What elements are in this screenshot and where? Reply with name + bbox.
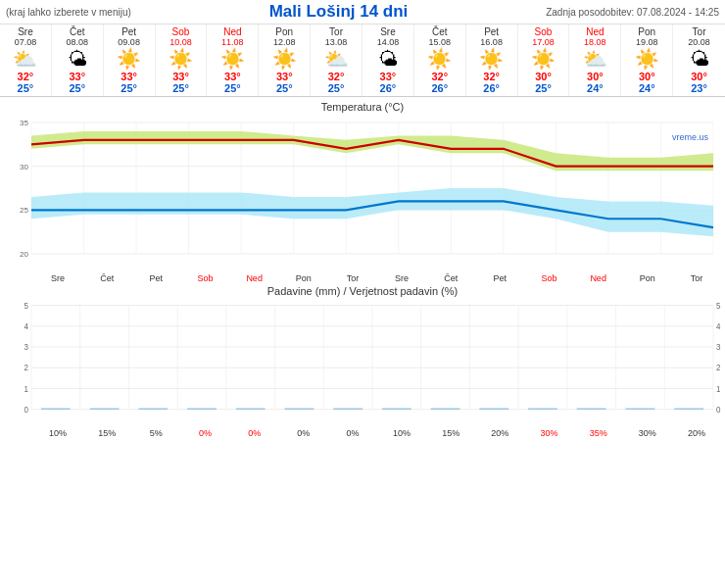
svg-text:25: 25 — [20, 206, 28, 215]
day-name: Pon — [259, 26, 310, 37]
svg-text:0: 0 — [716, 405, 721, 415]
temp-chart-section: Temperatura (°C) 20253035vreme.us — [0, 97, 725, 273]
chart-day-label-8: Čet — [426, 273, 475, 283]
days-grid: Sre 07.08 ⛅ 32° 25° Čet 08.08 🌤 33° 25° … — [0, 24, 725, 97]
day-cell-8: Čet 15.08 ☀️ 32° 26° — [414, 24, 466, 96]
precip-pct-0: 10% — [33, 428, 82, 438]
day-cell-12: Pon 19.08 ☀️ 30° 24° — [621, 24, 673, 96]
day-date: 16.08 — [466, 37, 517, 47]
temp-high: 33° — [104, 71, 155, 82]
temp-low: 25° — [518, 82, 569, 94]
day-icon: ☀️ — [621, 47, 672, 71]
precip-pct-1: 15% — [82, 428, 131, 438]
day-name: Sre — [362, 26, 413, 37]
precip-pct-10: 30% — [524, 428, 573, 438]
temp-high: 30° — [569, 71, 620, 82]
svg-text:20: 20 — [20, 250, 28, 259]
svg-rect-71 — [674, 409, 703, 410]
temp-low: 24° — [621, 82, 672, 94]
temp-high: 33° — [156, 71, 207, 82]
temp-high: 32° — [466, 71, 517, 82]
chart-day-label-7: Sre — [377, 273, 426, 283]
temp-low: 26° — [362, 82, 413, 94]
temp-low: 24° — [569, 82, 620, 94]
day-cell-13: Tor 20.08 🌤 30° 23° — [673, 24, 725, 96]
day-name: Čet — [52, 26, 103, 37]
top-bar: (kraj lahko izberete v meniju) Mali Loši… — [0, 0, 725, 24]
day-date: 14.08 — [362, 37, 413, 47]
day-cell-10: Sob 17.08 ☀️ 30° 25° — [518, 24, 570, 96]
chart-day-label-2: Pet — [131, 273, 180, 283]
day-cell-11: Ned 18.08 ⛅ 30° 24° — [569, 24, 621, 96]
temp-low: 25° — [0, 82, 51, 94]
svg-rect-63 — [285, 409, 314, 410]
svg-text:5: 5 — [716, 300, 721, 310]
day-cell-0: Sre 07.08 ⛅ 32° 25° — [0, 24, 52, 96]
day-cell-5: Pon 12.08 ☀️ 33° 25° — [259, 24, 311, 96]
temp-high: 30° — [673, 71, 725, 82]
precip-pct-8: 15% — [426, 428, 475, 438]
day-date: 19.08 — [621, 37, 672, 47]
day-icon: ☀️ — [259, 47, 310, 71]
svg-text:vreme.us: vreme.us — [672, 132, 709, 142]
day-date: 11.08 — [207, 37, 258, 47]
day-cell-2: Pet 09.08 ☀️ 33° 25° — [104, 24, 156, 96]
day-cell-9: Pet 16.08 ☀️ 32° 26° — [466, 24, 518, 96]
precip-pct-4: 0% — [230, 428, 279, 438]
svg-text:5: 5 — [24, 300, 29, 310]
day-cell-6: Tor 13.08 ⛅ 32° 25° — [311, 24, 362, 96]
day-icon: ☀️ — [518, 47, 569, 71]
temp-high: 32° — [311, 71, 362, 82]
precip-pct-11: 35% — [574, 428, 623, 438]
svg-text:30: 30 — [20, 163, 28, 172]
chart-day-labels: SreČetPetSobNedPonTorSreČetPetSobNedPonT… — [0, 273, 725, 283]
precip-pct-5: 0% — [279, 428, 328, 438]
precip-chart-section: Padavine (mm) / Verjetnost padavin (%) 0… — [0, 283, 725, 428]
day-name: Tor — [311, 26, 362, 37]
day-date: 09.08 — [104, 37, 155, 47]
day-name: Čet — [414, 26, 465, 37]
precip-chart-container: 001122334455 — [4, 299, 721, 426]
temp-high: 33° — [259, 71, 310, 82]
precip-pct-3: 0% — [180, 428, 229, 438]
temp-low: 25° — [311, 82, 362, 94]
svg-text:3: 3 — [24, 342, 29, 352]
temp-low: 25° — [259, 82, 310, 94]
day-name: Sre — [0, 26, 51, 37]
precip-pct-7: 10% — [377, 428, 426, 438]
day-name: Sob — [156, 26, 207, 37]
day-icon: ☀️ — [104, 47, 155, 71]
day-icon: 🌤 — [52, 47, 103, 71]
svg-text:2: 2 — [24, 363, 29, 372]
svg-text:2: 2 — [716, 363, 721, 372]
day-date: 10.08 — [156, 37, 207, 47]
svg-text:35: 35 — [20, 119, 28, 127]
svg-rect-58 — [41, 409, 71, 410]
temp-low: 26° — [466, 82, 517, 94]
chart-day-label-10: Sob — [524, 273, 573, 283]
day-date: 18.08 — [569, 37, 620, 47]
day-icon: ⛅ — [311, 47, 362, 71]
day-name: Ned — [569, 26, 620, 37]
day-icon: ☀️ — [414, 47, 465, 71]
day-name: Sob — [518, 26, 569, 37]
temp-low: 25° — [156, 82, 207, 94]
day-date: 12.08 — [259, 37, 310, 47]
svg-marker-23 — [31, 188, 713, 236]
temp-low: 26° — [414, 82, 465, 94]
day-icon: 🌤 — [362, 47, 413, 71]
temp-high: 30° — [621, 71, 672, 82]
chart-day-label-6: Tor — [328, 273, 377, 283]
day-icon: 🌤 — [673, 47, 725, 71]
svg-text:4: 4 — [24, 321, 29, 331]
location-hint: (kraj lahko izberete v meniju) — [6, 7, 131, 18]
svg-rect-61 — [187, 409, 217, 410]
precip-chart-title: Padavine (mm) / Verjetnost padavin (%) — [0, 285, 725, 297]
temp-low: 23° — [673, 82, 725, 94]
svg-text:1: 1 — [716, 383, 721, 393]
temp-chart-title: Temperatura (°C) — [0, 101, 725, 113]
day-date: 13.08 — [311, 37, 362, 47]
svg-rect-68 — [528, 409, 557, 410]
temp-low: 25° — [104, 82, 155, 94]
svg-text:3: 3 — [716, 342, 721, 352]
